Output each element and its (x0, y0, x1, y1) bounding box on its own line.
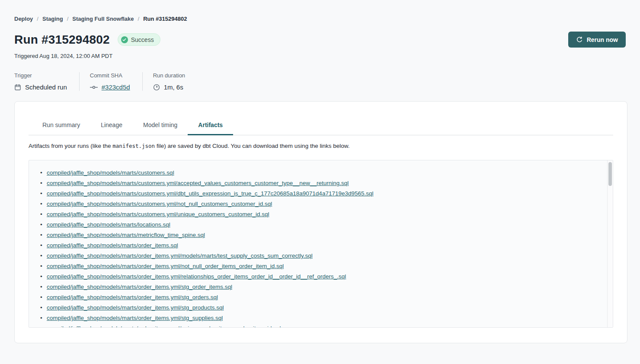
list-item: compiled/jaffle_shop/models/marts/order_… (40, 323, 613, 327)
commit-sha-link[interactable]: #323cd5d (102, 83, 130, 91)
git-commit-icon (90, 84, 98, 91)
status-badge: Success (118, 33, 160, 46)
tab-lineage[interactable]: Lineage (90, 121, 133, 135)
breadcrumb-current-run: Run #315294802 (143, 16, 187, 22)
meta-trigger: Trigger Scheduled run (14, 72, 79, 91)
run-duration-value: 1m, 6s (164, 83, 183, 91)
meta-duration: Run duration 1m, 6s (142, 72, 197, 91)
breadcrumb: Deploy / Staging / Staging Full Snowflak… (14, 0, 626, 22)
artifact-link[interactable]: compiled/jaffle_shop/models/marts/order_… (47, 294, 218, 300)
artifact-link[interactable]: compiled/jaffle_shop/models/marts/order_… (47, 304, 224, 311)
tab-model-timing[interactable]: Model timing (133, 121, 188, 135)
breadcrumb-separator: / (67, 16, 69, 22)
rerun-now-label: Rerun now (587, 36, 618, 43)
scrollbar-thumb[interactable] (608, 162, 612, 186)
breadcrumb-deploy[interactable]: Deploy (14, 16, 33, 22)
trigger-value: Scheduled run (25, 83, 67, 91)
clock-icon (153, 84, 160, 91)
breadcrumb-separator: / (37, 16, 38, 22)
list-item: compiled/jaffle_shop/models/marts/custom… (40, 188, 613, 199)
tab-bar: Run summary Lineage Model timing Artifac… (29, 102, 613, 135)
artifact-link[interactable]: compiled/jaffle_shop/models/marts/order_… (47, 263, 284, 269)
list-item: compiled/jaffle_shop/models/marts/custom… (40, 209, 613, 220)
artifact-link[interactable]: compiled/jaffle_shop/models/marts/custom… (47, 190, 374, 197)
success-check-icon (121, 36, 128, 43)
artifact-link[interactable]: compiled/jaffle_shop/models/marts/custom… (47, 180, 349, 186)
artifact-list: compiled/jaffle_shop/models/marts/custom… (40, 168, 613, 327)
tab-run-summary[interactable]: Run summary (32, 121, 90, 135)
manifest-json-code: manifest.json (112, 143, 155, 149)
run-duration-label: Run duration (153, 72, 185, 79)
artifact-link[interactable]: compiled/jaffle_shop/models/marts/locati… (47, 221, 170, 228)
artifact-link[interactable]: compiled/jaffle_shop/models/marts/custom… (47, 201, 272, 207)
meta-commit: Commit SHA #323cd5d (79, 72, 142, 91)
list-item: compiled/jaffle_shop/models/marts/order_… (40, 303, 613, 313)
list-item: compiled/jaffle_shop/models/marts/custom… (40, 168, 613, 178)
header-row: Run #315294802 Success Rerun now (14, 32, 626, 48)
list-item: compiled/jaffle_shop/models/marts/locati… (40, 220, 613, 230)
triggered-timestamp: Triggered Aug 18, 2024, 12:00 AM PDT (14, 53, 626, 59)
run-detail-card: Run summary Lineage Model timing Artifac… (14, 101, 627, 343)
list-item: compiled/jaffle_shop/models/marts/custom… (40, 199, 613, 209)
artifact-link[interactable]: compiled/jaffle_shop/models/marts/order_… (47, 325, 281, 327)
trigger-label: Trigger (14, 72, 67, 79)
breadcrumb-staging[interactable]: Staging (42, 16, 63, 22)
page-title: Run #315294802 (14, 33, 110, 47)
run-meta-row: Trigger Scheduled run Commit SHA #323cd5… (14, 72, 626, 91)
artifact-link[interactable]: compiled/jaffle_shop/models/marts/metric… (47, 232, 205, 238)
artifact-link[interactable]: compiled/jaffle_shop/models/marts/order_… (47, 242, 178, 249)
artifact-list-container: compiled/jaffle_shop/models/marts/custom… (29, 160, 613, 328)
scrollbar-track[interactable] (607, 160, 613, 327)
rerun-now-button[interactable]: Rerun now (568, 32, 626, 48)
breadcrumb-separator: / (138, 16, 140, 22)
list-item: compiled/jaffle_shop/models/marts/order_… (40, 292, 613, 303)
list-item: compiled/jaffle_shop/models/marts/custom… (40, 178, 613, 188)
run-detail-page: Deploy / Staging / Staging Full Snowflak… (0, 0, 640, 364)
artifact-link[interactable]: compiled/jaffle_shop/models/marts/order_… (47, 284, 232, 290)
calendar-icon (14, 84, 21, 91)
commit-sha-label: Commit SHA (90, 72, 130, 79)
tab-artifacts[interactable]: Artifacts (188, 121, 233, 135)
refresh-icon (576, 36, 583, 43)
list-item: compiled/jaffle_shop/models/marts/order_… (40, 282, 613, 292)
breadcrumb-staging-full-snowflake[interactable]: Staging Full Snowflake (72, 16, 134, 22)
artifact-link[interactable]: compiled/jaffle_shop/models/marts/order_… (47, 273, 346, 280)
list-item: compiled/jaffle_shop/models/marts/order_… (40, 261, 613, 271)
list-item: compiled/jaffle_shop/models/marts/order_… (40, 271, 613, 282)
artifact-link[interactable]: compiled/jaffle_shop/models/marts/order_… (47, 315, 223, 321)
artifact-link[interactable]: compiled/jaffle_shop/models/marts/order_… (47, 252, 313, 259)
artifact-link[interactable]: compiled/jaffle_shop/models/marts/custom… (47, 169, 174, 176)
artifacts-description: Artifacts from your runs (like the manif… (29, 143, 613, 149)
list-item: compiled/jaffle_shop/models/marts/order_… (40, 251, 613, 261)
list-item: compiled/jaffle_shop/models/marts/metric… (40, 230, 613, 240)
list-item: compiled/jaffle_shop/models/marts/order_… (40, 240, 613, 251)
artifact-link[interactable]: compiled/jaffle_shop/models/marts/custom… (47, 211, 269, 217)
status-badge-label: Success (131, 36, 154, 43)
list-item: compiled/jaffle_shop/models/marts/order_… (40, 313, 613, 323)
